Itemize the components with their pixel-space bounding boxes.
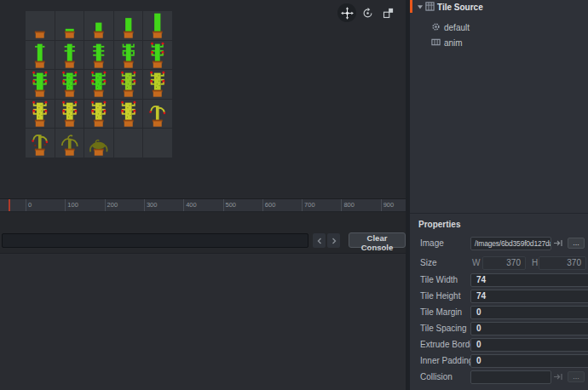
property-row-tile-margin: Tile Margin0 bbox=[410, 306, 588, 319]
tilesource-grid-icon bbox=[425, 2, 435, 13]
property-label: Inner Padding bbox=[420, 354, 473, 368]
property-label: Tile Height bbox=[420, 290, 460, 303]
scale-tool-button[interactable] bbox=[378, 3, 397, 22]
tile-cell-7[interactable] bbox=[55, 41, 84, 70]
caret-down-icon bbox=[417, 3, 424, 12]
tile-cell-17[interactable] bbox=[55, 100, 84, 129]
tile-cell-11[interactable] bbox=[26, 70, 55, 99]
tile-cell-21[interactable] bbox=[26, 129, 55, 158]
ruler-tick bbox=[341, 199, 342, 211]
resource-path-field[interactable] bbox=[470, 370, 551, 384]
editor-window: 0100200300400500600700800900 Clear Conso… bbox=[0, 0, 588, 390]
tile-cell-4[interactable] bbox=[114, 11, 143, 40]
width-value-field: 370 bbox=[482, 256, 526, 270]
tile-cell-2[interactable] bbox=[55, 11, 84, 40]
ruler-tick-label: 500 bbox=[226, 201, 237, 209]
ruler-tick bbox=[26, 199, 26, 211]
chevron-right-icon bbox=[331, 238, 337, 244]
property-row-tile-height: Tile Height74 bbox=[410, 290, 588, 303]
console-filter-input[interactable] bbox=[2, 233, 308, 248]
outline-item-label: default bbox=[444, 23, 470, 32]
scene-canvas[interactable] bbox=[0, 0, 406, 198]
ruler-tick-label: 300 bbox=[147, 201, 158, 209]
browse-resource-button[interactable]: ... bbox=[568, 371, 585, 382]
resource-path-field[interactable]: /Images/6bd359f0d127da03a7a0 bbox=[470, 237, 551, 250]
property-label: Tile Width bbox=[420, 273, 458, 287]
height-value-field: 370 bbox=[539, 256, 586, 270]
browse-resource-button[interactable]: ... bbox=[568, 238, 585, 249]
tile-cell-24[interactable] bbox=[114, 129, 143, 158]
ruler-tick bbox=[144, 199, 145, 211]
tile-cell-9[interactable] bbox=[114, 41, 143, 70]
right-panel: Tile Source default anim Properties Imag… bbox=[410, 0, 588, 390]
rotate-icon bbox=[361, 7, 374, 20]
properties-header: Properties bbox=[418, 220, 460, 229]
tile-cell-15[interactable] bbox=[143, 70, 172, 99]
outline-item-default[interactable]: default bbox=[410, 20, 588, 34]
property-row-tile-width: Tile Width74 bbox=[410, 273, 588, 287]
tile-cell-12[interactable] bbox=[55, 70, 84, 99]
ruler-tick-label: 400 bbox=[186, 201, 197, 209]
rotate-tool-button[interactable] bbox=[358, 3, 377, 22]
outline-item-label: anim bbox=[444, 38, 463, 48]
transform-toolbar bbox=[337, 3, 397, 22]
tile-cell-5[interactable] bbox=[143, 11, 172, 40]
console-output bbox=[0, 253, 406, 390]
ruler-tick-label: 100 bbox=[67, 201, 78, 209]
console-prev-button[interactable] bbox=[313, 233, 326, 248]
tile-cell-8[interactable] bbox=[84, 41, 113, 70]
ruler-tick bbox=[65, 199, 66, 211]
tile-cell-25[interactable] bbox=[143, 129, 172, 158]
property-value-field[interactable]: 74 bbox=[470, 290, 588, 303]
property-label: Tile Spacing bbox=[420, 322, 467, 336]
ruler-tick-label: 900 bbox=[383, 201, 395, 209]
ruler-tick-label: 800 bbox=[343, 201, 355, 209]
tile-cell-3[interactable] bbox=[84, 11, 113, 40]
tile-cell-20[interactable] bbox=[143, 100, 172, 129]
property-label: Collision bbox=[420, 370, 453, 384]
property-value-field[interactable]: 0 bbox=[470, 322, 588, 336]
ruler-tick-label: 700 bbox=[304, 201, 315, 209]
horizontal-ruler: 0100200300400500600700800900 bbox=[0, 198, 406, 212]
move-icon bbox=[340, 6, 355, 20]
property-row-tile-spacing: Tile Spacing0 bbox=[410, 322, 588, 336]
property-value-field[interactable]: 0 bbox=[470, 354, 588, 368]
property-value-field[interactable]: 0 bbox=[470, 306, 588, 319]
ruler-cursor-marker bbox=[9, 199, 10, 211]
ruler-tick bbox=[105, 199, 106, 211]
console-next-button[interactable] bbox=[327, 233, 340, 248]
jump-to-resource-icon[interactable] bbox=[553, 238, 563, 249]
property-value-field[interactable]: 74 bbox=[470, 273, 588, 287]
ruler-tick bbox=[183, 199, 184, 211]
property-label: Image bbox=[420, 237, 444, 250]
film-strip-icon bbox=[431, 37, 441, 49]
jump-to-resource-icon[interactable] bbox=[553, 372, 563, 383]
tile-cell-6[interactable] bbox=[26, 41, 55, 70]
clear-console-button[interactable]: Clear Console bbox=[349, 232, 406, 248]
property-row-image: Image/Images/6bd359f0d127da03a7a0 ... bbox=[410, 237, 588, 250]
tile-cell-10[interactable] bbox=[143, 41, 172, 70]
outline-item-tile-source[interactable]: Tile Source bbox=[410, 0, 588, 14]
ruler-tick bbox=[302, 199, 303, 211]
ruler-tick-label: 600 bbox=[265, 201, 276, 209]
property-label: Tile Margin bbox=[420, 306, 462, 319]
tile-cell-14[interactable] bbox=[114, 70, 143, 99]
tile-cell-19[interactable] bbox=[114, 100, 143, 129]
property-value-field[interactable]: 0 bbox=[470, 338, 588, 352]
scale-icon bbox=[382, 7, 395, 20]
properties-panel: Properties Image/Images/6bd359f0d127da03… bbox=[410, 213, 588, 390]
outline-item-anim[interactable]: anim bbox=[410, 36, 588, 49]
chevron-left-icon bbox=[316, 238, 323, 244]
gear-icon bbox=[431, 22, 441, 33]
tile-cell-18[interactable] bbox=[84, 100, 113, 129]
tile-cell-13[interactable] bbox=[84, 70, 113, 99]
move-tool-button[interactable] bbox=[337, 3, 356, 22]
tile-cell-22[interactable] bbox=[55, 129, 84, 158]
tile-cell-16[interactable] bbox=[26, 100, 55, 129]
ruler-tick bbox=[381, 199, 382, 211]
tile-cell-1[interactable] bbox=[26, 11, 55, 40]
tile-cell-23[interactable] bbox=[84, 129, 113, 158]
tilesource-preview-grid bbox=[26, 11, 172, 158]
width-label: W bbox=[472, 256, 480, 270]
ruler-tick-label: 200 bbox=[107, 201, 118, 209]
